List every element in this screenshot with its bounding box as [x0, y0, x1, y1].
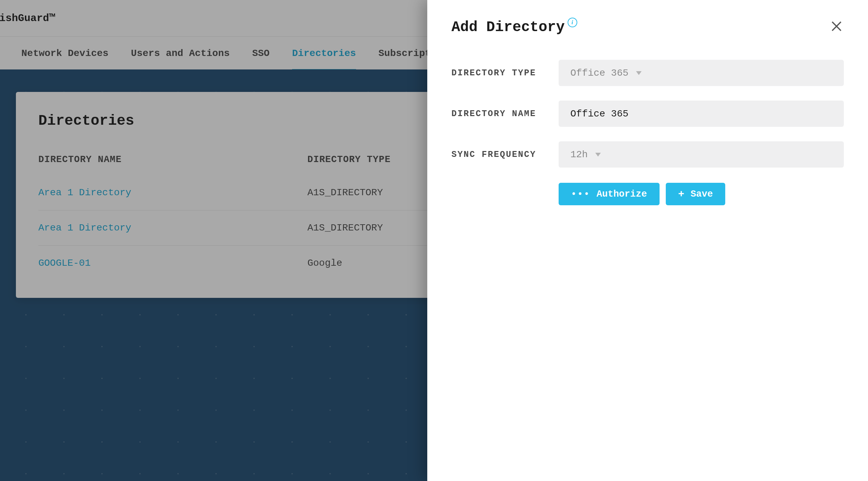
add-directory-panel: Add Directory i DIRECTORY TYPE Office 36…	[427, 0, 868, 481]
close-icon	[830, 20, 843, 33]
sync-frequency-value: 12h	[570, 149, 588, 160]
directory-type-value: Office 365	[570, 68, 628, 78]
chevron-down-icon	[595, 153, 601, 157]
label-directory-type: DIRECTORY TYPE	[451, 68, 555, 78]
label-directory-name: DIRECTORY NAME	[451, 109, 555, 119]
panel-title: Add Directory	[451, 19, 565, 36]
directory-name-input[interactable]: Office 365	[559, 101, 844, 127]
panel-header: Add Directory i	[451, 19, 844, 36]
directory-name-value: Office 365	[570, 109, 628, 119]
chevron-down-icon	[636, 71, 642, 75]
authorize-button[interactable]: ••• Authorize	[559, 183, 660, 205]
authorize-button-label: Authorize	[597, 189, 647, 199]
save-button[interactable]: + Save	[666, 183, 726, 205]
info-icon[interactable]: i	[568, 18, 577, 27]
sync-frequency-select[interactable]: 12h	[559, 141, 844, 168]
panel-button-row: ••• Authorize + Save	[559, 183, 844, 205]
directory-type-select[interactable]: Office 365	[559, 60, 844, 86]
close-button[interactable]	[829, 19, 844, 34]
label-sync-frequency: SYNC FREQUENCY	[451, 150, 555, 160]
save-button-label: Save	[691, 189, 713, 199]
add-directory-form: DIRECTORY TYPE Office 365 DIRECTORY NAME…	[451, 60, 844, 205]
